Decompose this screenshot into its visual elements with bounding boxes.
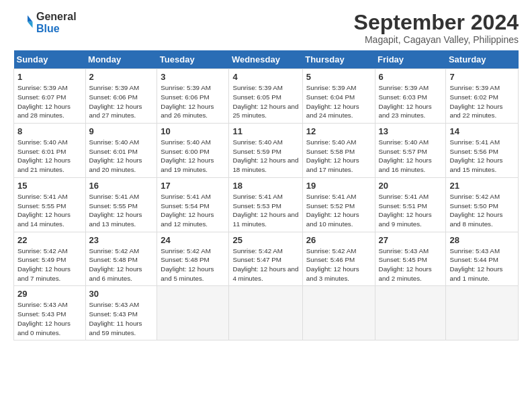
- empty-cell: [157, 286, 229, 340]
- day-number: 19: [306, 181, 371, 191]
- day-detail: Sunrise: 5:43 AMSunset: 5:43 PMDaylight:…: [17, 300, 82, 337]
- day-detail: Sunrise: 5:42 AMSunset: 5:48 PMDaylight:…: [161, 246, 225, 283]
- day-detail: Sunrise: 5:41 AMSunset: 5:52 PMDaylight:…: [306, 192, 371, 229]
- day-cell-1: 1Sunrise: 5:39 AMSunset: 6:07 PMDaylight…: [14, 69, 86, 124]
- calendar-week-1: 1Sunrise: 5:39 AMSunset: 6:07 PMDaylight…: [14, 69, 519, 124]
- day-cell-24: 24Sunrise: 5:42 AMSunset: 5:48 PMDayligh…: [157, 232, 229, 286]
- day-cell-23: 23Sunrise: 5:42 AMSunset: 5:48 PMDayligh…: [85, 232, 157, 286]
- day-number: 22: [17, 235, 82, 245]
- day-cell-21: 21Sunrise: 5:42 AMSunset: 5:50 PMDayligh…: [446, 177, 519, 232]
- header-friday: Friday: [375, 50, 446, 69]
- header-wednesday: Wednesday: [229, 50, 302, 69]
- day-cell-20: 20Sunrise: 5:41 AMSunset: 5:51 PMDayligh…: [375, 177, 446, 232]
- day-cell-10: 10Sunrise: 5:40 AMSunset: 6:00 PMDayligh…: [157, 124, 229, 178]
- logo: General Blue: [13, 11, 77, 35]
- empty-cell: [229, 286, 302, 340]
- logo-text: General Blue: [36, 11, 77, 35]
- day-cell-19: 19Sunrise: 5:41 AMSunset: 5:52 PMDayligh…: [302, 177, 375, 232]
- day-number: 10: [161, 126, 225, 136]
- day-detail: Sunrise: 5:42 AMSunset: 5:47 PMDaylight:…: [232, 246, 298, 283]
- svg-marker-0: [28, 15, 33, 22]
- day-detail: Sunrise: 5:41 AMSunset: 5:55 PMDaylight:…: [17, 192, 82, 229]
- day-number: 18: [232, 181, 298, 191]
- empty-cell: [446, 286, 519, 340]
- day-detail: Sunrise: 5:42 AMSunset: 5:48 PMDaylight:…: [89, 246, 154, 283]
- day-number: 7: [449, 72, 515, 82]
- header-thursday: Thursday: [302, 50, 375, 69]
- day-cell-17: 17Sunrise: 5:41 AMSunset: 5:54 PMDayligh…: [157, 177, 229, 232]
- day-cell-18: 18Sunrise: 5:41 AMSunset: 5:53 PMDayligh…: [229, 177, 302, 232]
- day-number: 4: [232, 72, 298, 82]
- day-detail: Sunrise: 5:43 AMSunset: 5:45 PMDaylight:…: [379, 246, 443, 283]
- calendar-week-3: 15Sunrise: 5:41 AMSunset: 5:55 PMDayligh…: [14, 177, 519, 232]
- calendar-week-5: 29Sunrise: 5:43 AMSunset: 5:43 PMDayligh…: [14, 286, 519, 340]
- day-cell-29: 29Sunrise: 5:43 AMSunset: 5:43 PMDayligh…: [14, 286, 86, 340]
- day-detail: Sunrise: 5:40 AMSunset: 5:59 PMDaylight:…: [232, 138, 298, 175]
- month-title: September 2024: [354, 11, 519, 34]
- day-number: 26: [306, 235, 371, 245]
- day-detail: Sunrise: 5:39 AMSunset: 6:06 PMDaylight:…: [161, 83, 225, 120]
- day-number: 15: [17, 181, 82, 191]
- day-number: 6: [379, 72, 443, 82]
- day-cell-22: 22Sunrise: 5:42 AMSunset: 5:49 PMDayligh…: [14, 232, 86, 286]
- page: General Blue September 2024 Magapit, Cag…: [0, 0, 532, 347]
- day-cell-6: 6Sunrise: 5:39 AMSunset: 6:03 PMDaylight…: [375, 69, 446, 124]
- day-detail: Sunrise: 5:42 AMSunset: 5:50 PMDaylight:…: [449, 192, 515, 229]
- day-cell-3: 3Sunrise: 5:39 AMSunset: 6:06 PMDaylight…: [157, 69, 229, 124]
- day-number: 24: [161, 235, 225, 245]
- day-detail: Sunrise: 5:39 AMSunset: 6:02 PMDaylight:…: [449, 83, 515, 120]
- day-cell-15: 15Sunrise: 5:41 AMSunset: 5:55 PMDayligh…: [14, 177, 86, 232]
- day-detail: Sunrise: 5:41 AMSunset: 5:55 PMDaylight:…: [89, 192, 154, 229]
- day-cell-16: 16Sunrise: 5:41 AMSunset: 5:55 PMDayligh…: [85, 177, 157, 232]
- day-cell-5: 5Sunrise: 5:39 AMSunset: 6:04 PMDaylight…: [302, 69, 375, 124]
- day-number: 3: [161, 72, 225, 82]
- day-detail: Sunrise: 5:43 AMSunset: 5:44 PMDaylight:…: [449, 246, 515, 283]
- day-detail: Sunrise: 5:39 AMSunset: 6:05 PMDaylight:…: [232, 83, 298, 120]
- calendar-week-4: 22Sunrise: 5:42 AMSunset: 5:49 PMDayligh…: [14, 232, 519, 286]
- day-detail: Sunrise: 5:39 AMSunset: 6:03 PMDaylight:…: [379, 83, 443, 120]
- location-subtitle: Magapit, Cagayan Valley, Philippines: [354, 34, 519, 45]
- header-area: General Blue September 2024 Magapit, Cag…: [13, 11, 519, 45]
- day-detail: Sunrise: 5:40 AMSunset: 5:58 PMDaylight:…: [306, 138, 371, 175]
- day-detail: Sunrise: 5:40 AMSunset: 5:57 PMDaylight:…: [379, 138, 443, 175]
- day-detail: Sunrise: 5:40 AMSunset: 6:01 PMDaylight:…: [89, 138, 154, 175]
- empty-cell: [375, 286, 446, 340]
- day-number: 28: [449, 235, 515, 245]
- day-number: 23: [89, 235, 154, 245]
- day-detail: Sunrise: 5:39 AMSunset: 6:06 PMDaylight:…: [89, 83, 154, 120]
- svg-marker-1: [28, 22, 33, 28]
- day-number: 5: [306, 72, 371, 82]
- day-number: 9: [89, 126, 154, 136]
- day-number: 12: [306, 126, 371, 136]
- day-number: 16: [89, 181, 154, 191]
- day-cell-11: 11Sunrise: 5:40 AMSunset: 5:59 PMDayligh…: [229, 124, 302, 178]
- day-cell-7: 7Sunrise: 5:39 AMSunset: 6:02 PMDaylight…: [446, 69, 519, 124]
- day-number: 30: [89, 289, 154, 299]
- header-monday: Monday: [85, 50, 157, 69]
- day-cell-13: 13Sunrise: 5:40 AMSunset: 5:57 PMDayligh…: [375, 124, 446, 178]
- header-saturday: Saturday: [446, 50, 519, 69]
- day-number: 2: [89, 72, 154, 82]
- day-cell-26: 26Sunrise: 5:42 AMSunset: 5:46 PMDayligh…: [302, 232, 375, 286]
- title-area: September 2024 Magapit, Cagayan Valley, …: [354, 11, 519, 45]
- day-number: 20: [379, 181, 443, 191]
- day-detail: Sunrise: 5:39 AMSunset: 6:07 PMDaylight:…: [17, 83, 82, 120]
- day-cell-2: 2Sunrise: 5:39 AMSunset: 6:06 PMDaylight…: [85, 69, 157, 124]
- day-detail: Sunrise: 5:42 AMSunset: 5:49 PMDaylight:…: [17, 246, 82, 283]
- day-number: 21: [449, 181, 515, 191]
- day-number: 13: [379, 126, 443, 136]
- calendar-week-2: 8Sunrise: 5:40 AMSunset: 6:01 PMDaylight…: [14, 124, 519, 178]
- header-tuesday: Tuesday: [157, 50, 229, 69]
- empty-cell: [302, 286, 375, 340]
- day-cell-12: 12Sunrise: 5:40 AMSunset: 5:58 PMDayligh…: [302, 124, 375, 178]
- day-number: 14: [449, 126, 515, 136]
- day-number: 29: [17, 289, 82, 299]
- weekday-header-row: Sunday Monday Tuesday Wednesday Thursday…: [14, 50, 519, 69]
- day-detail: Sunrise: 5:43 AMSunset: 5:43 PMDaylight:…: [89, 300, 154, 337]
- day-number: 8: [17, 126, 82, 136]
- day-cell-30: 30Sunrise: 5:43 AMSunset: 5:43 PMDayligh…: [85, 286, 157, 340]
- day-number: 1: [17, 72, 82, 82]
- header-sunday: Sunday: [14, 50, 86, 69]
- day-number: 17: [161, 181, 225, 191]
- day-cell-8: 8Sunrise: 5:40 AMSunset: 6:01 PMDaylight…: [14, 124, 86, 178]
